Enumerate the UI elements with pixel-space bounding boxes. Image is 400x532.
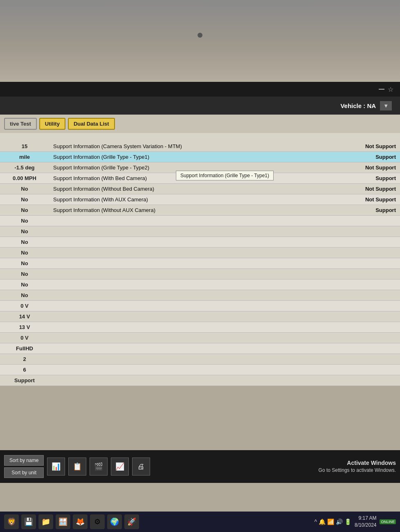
table-cell-value: 0 V bbox=[0, 333, 49, 343]
taskbar: 🦁 💾 📁 🪟 🦊 ⚙ 🌍 🚀 ^ 🔔 📶 🔊 🔋 9:17 AM 8/10/2… bbox=[0, 512, 400, 532]
tab-active-test[interactable]: tive Test bbox=[4, 118, 37, 130]
title-bar-controls: ☆ bbox=[379, 86, 393, 93]
data-table-container: 15Support Information (Camera System Var… bbox=[0, 141, 400, 386]
print-button[interactable]: 🖨 bbox=[132, 458, 150, 476]
data-table: 15Support Information (Camera System Var… bbox=[0, 141, 400, 386]
table-row: No bbox=[0, 248, 400, 258]
taskbar-icon-7[interactable]: 🚀 bbox=[124, 514, 139, 529]
table-row: 0 V bbox=[0, 301, 400, 311]
table-cell-value: No bbox=[0, 280, 49, 290]
sort-by-name-button[interactable]: Sort by name bbox=[4, 455, 44, 466]
table-cell-status bbox=[347, 301, 400, 311]
table-cell-status bbox=[347, 333, 400, 343]
activate-windows-main: Activate Windows bbox=[319, 459, 396, 467]
table-cell-name bbox=[49, 237, 347, 248]
table-cell-status: Support bbox=[347, 152, 400, 162]
battery-icon[interactable]: 🔋 bbox=[344, 518, 351, 525]
table-row: 14 V bbox=[0, 311, 400, 322]
bottom-bar: Sort by name Sort by unit 📊 📋 🎬 📈 🖨 Acti… bbox=[0, 450, 400, 483]
taskbar-icon-6[interactable]: 🌍 bbox=[107, 514, 122, 529]
table-cell-name: Support Information (Without AUX Camera) bbox=[49, 205, 347, 216]
title-bar: ☆ bbox=[0, 82, 400, 97]
taskbar-icon-5[interactable]: ⚙ bbox=[90, 514, 105, 529]
time-display: 9:17 AM bbox=[355, 515, 376, 522]
table-cell-status: Not Support bbox=[347, 184, 400, 194]
table-cell-name bbox=[49, 322, 347, 333]
table-cell-status bbox=[347, 269, 400, 280]
table-row: No bbox=[0, 216, 400, 226]
table-cell-name bbox=[49, 269, 347, 280]
table-cell-name bbox=[49, 216, 347, 226]
table-cell-name: Support Information (With AUX Camera) bbox=[49, 194, 347, 205]
table-cell-status bbox=[347, 365, 400, 375]
table-cell-name bbox=[49, 258, 347, 269]
table-cell-name bbox=[49, 280, 347, 290]
table-cell-name bbox=[49, 226, 347, 237]
taskbar-icon-2[interactable]: 📁 bbox=[38, 514, 53, 529]
copy-button[interactable]: 📋 bbox=[68, 458, 86, 476]
table-cell-value: 14 V bbox=[0, 311, 49, 322]
table-row: -1.5 degSupport Information (Grille Type… bbox=[0, 162, 400, 173]
table-cell-status: Support bbox=[347, 205, 400, 216]
table-cell-value: No bbox=[0, 216, 49, 226]
minimize-button[interactable] bbox=[379, 89, 384, 90]
table-row: 0.00 MPHSupport Information (With Bed Ca… bbox=[0, 173, 400, 184]
windows-activate: Activate Windows Go to Settings to activ… bbox=[319, 459, 396, 474]
table-cell-value: 13 V bbox=[0, 322, 49, 333]
caret-icon[interactable]: ^ bbox=[315, 518, 317, 525]
taskbar-icon-1[interactable]: 💾 bbox=[21, 514, 36, 529]
table-cell-name bbox=[49, 354, 347, 365]
table-row: FullHD bbox=[0, 343, 400, 354]
activate-windows-sub: Go to Settings to activate Windows. bbox=[319, 467, 396, 474]
table-row: NoSupport Information (Without AUX Camer… bbox=[0, 205, 400, 216]
sort-by-unit-button[interactable]: Sort by unit bbox=[4, 467, 44, 478]
table-cell-value: No bbox=[0, 237, 49, 248]
table-cell-status bbox=[347, 290, 400, 301]
table-row: No bbox=[0, 290, 400, 301]
table-cell-name bbox=[49, 290, 347, 301]
screen: ☆ Vehicle : NA ▼ tive Test Utility Dual … bbox=[0, 82, 400, 386]
table-cell-status bbox=[347, 226, 400, 237]
table-cell-value: No bbox=[0, 194, 49, 205]
taskbar-time: 9:17 AM 8/10/2024 bbox=[355, 515, 376, 529]
taskbar-icon-0[interactable]: 🦁 bbox=[4, 514, 19, 529]
taskbar-right: ^ 🔔 📶 🔊 🔋 9:17 AM 8/10/2024 ONLINE bbox=[315, 515, 396, 529]
table-row: No bbox=[0, 258, 400, 269]
tab-utility[interactable]: Utility bbox=[39, 118, 65, 130]
spacer bbox=[0, 133, 400, 141]
table-cell-status bbox=[347, 280, 400, 290]
table-cell-value: No bbox=[0, 290, 49, 301]
online-badge: ONLINE bbox=[380, 519, 396, 524]
bar-chart-button[interactable]: 📈 bbox=[111, 458, 129, 476]
table-row: 2 bbox=[0, 354, 400, 365]
table-cell-value: No bbox=[0, 205, 49, 216]
table-cell-status bbox=[347, 322, 400, 333]
tab-dual-data-list[interactable]: Dual Data List bbox=[68, 118, 115, 130]
table-row: No bbox=[0, 269, 400, 280]
notification-icon[interactable]: 🔔 bbox=[319, 518, 326, 525]
taskbar-icon-3[interactable]: 🪟 bbox=[56, 514, 70, 529]
table-cell-status: Support bbox=[347, 173, 400, 184]
taskbar-icon-4[interactable]: 🦊 bbox=[73, 514, 88, 529]
table-cell-value: No bbox=[0, 226, 49, 237]
video-button[interactable]: 🎬 bbox=[90, 458, 108, 476]
table-cell-name: Support Information (Camera System Varia… bbox=[49, 141, 347, 152]
wifi-icon[interactable]: 📶 bbox=[327, 518, 334, 525]
star-icon[interactable]: ☆ bbox=[388, 86, 393, 93]
table-cell-value: Support bbox=[0, 375, 49, 386]
table-cell-name bbox=[49, 375, 347, 386]
table-cell-status bbox=[347, 343, 400, 354]
table-cell-value: No bbox=[0, 184, 49, 194]
taskbar-sys-icons: ^ 🔔 📶 🔊 🔋 bbox=[315, 518, 352, 525]
tab-bar: tive Test Utility Dual Data List bbox=[0, 115, 400, 133]
vehicle-dropdown[interactable]: ▼ bbox=[380, 101, 392, 110]
table-cell-value: No bbox=[0, 269, 49, 280]
chart-button[interactable]: 📊 bbox=[47, 458, 65, 476]
table-cell-status bbox=[347, 237, 400, 248]
table-cell-status bbox=[347, 258, 400, 269]
table-cell-status bbox=[347, 216, 400, 226]
table-row: Support bbox=[0, 375, 400, 386]
volume-icon[interactable]: 🔊 bbox=[336, 518, 343, 525]
table-cell-status bbox=[347, 354, 400, 365]
table-cell-name: Support Information (Without Bed Camera) bbox=[49, 184, 347, 194]
